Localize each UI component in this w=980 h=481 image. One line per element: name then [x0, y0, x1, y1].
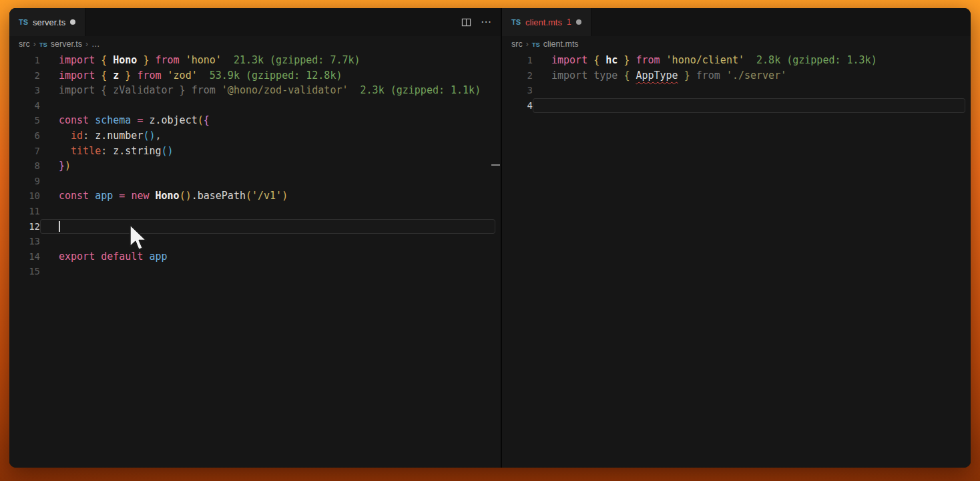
- line-number[interactable]: 1: [502, 53, 533, 68]
- line-number[interactable]: 13: [9, 234, 40, 249]
- code-token: app: [95, 190, 113, 202]
- line-content[interactable]: }): [40, 158, 495, 174]
- line-content[interactable]: [40, 264, 495, 279]
- code-line-10[interactable]: 10const app = new Hono().basePath('/v1'): [9, 188, 501, 204]
- tab-server-ts[interactable]: TS server.ts: [9, 8, 85, 36]
- line-content[interactable]: export default app: [40, 249, 495, 265]
- overview-ruler-decoration: [491, 164, 500, 166]
- code-token: :: [83, 130, 95, 142]
- line-content[interactable]: [40, 234, 495, 249]
- line-number[interactable]: 3: [9, 83, 40, 98]
- code-line-7[interactable]: 7 title: z.string(): [9, 144, 501, 159]
- code-token: }: [618, 54, 630, 66]
- breadcrumb-item-src[interactable]: src: [511, 39, 523, 49]
- typescript-file-icon: TS: [39, 41, 47, 48]
- code-token: zValidator: [113, 84, 173, 96]
- line-content[interactable]: title: z.string(): [40, 144, 495, 159]
- line-content[interactable]: import { zValidator } from '@hono/zod-va…: [40, 83, 495, 98]
- code-line-5[interactable]: 5const schema = z.object({: [9, 113, 501, 128]
- typescript-file-icon: TS: [19, 18, 28, 26]
- line-number[interactable]: 10: [9, 188, 40, 204]
- code-line-12[interactable]: 12: [9, 219, 501, 234]
- typescript-file-icon: TS: [511, 18, 521, 26]
- code-token: 2.3k (gzipped: 1.1k): [348, 84, 481, 96]
- code-line-4[interactable]: 4: [502, 98, 971, 114]
- code-line-9[interactable]: 9: [9, 174, 501, 189]
- line-content[interactable]: import { hc } from 'hono/client' 2.8k (g…: [533, 53, 965, 68]
- line-number[interactable]: 1: [9, 53, 40, 68]
- code-line-1[interactable]: 1import { Hono } from 'hono' 21.3k (gzip…: [9, 53, 501, 68]
- code-token: from: [149, 54, 185, 66]
- line-number[interactable]: 3: [502, 83, 533, 98]
- editor-group-right: TS client.mts 1 src › TS client.mts 1imp…: [502, 8, 971, 468]
- breadcrumb-item-src[interactable]: src: [19, 39, 30, 49]
- code-line-15[interactable]: 15: [9, 264, 501, 279]
- code-line-14[interactable]: 14export default app: [9, 249, 501, 265]
- code-token: :: [101, 145, 113, 157]
- line-number[interactable]: 5: [9, 113, 40, 128]
- modified-dot-icon[interactable]: [70, 19, 75, 25]
- line-number[interactable]: 4: [9, 98, 40, 114]
- code-line-11[interactable]: 11: [9, 204, 501, 219]
- code-line-3[interactable]: 3: [502, 83, 971, 98]
- line-content[interactable]: [40, 219, 495, 234]
- code-token: './server': [726, 69, 786, 82]
- line-content[interactable]: [40, 98, 495, 114]
- code-line-6[interactable]: 6 id: z.number(),: [9, 128, 501, 144]
- line-number[interactable]: 6: [9, 128, 40, 144]
- line-number[interactable]: 4: [502, 98, 533, 114]
- line-content[interactable]: [40, 204, 495, 219]
- code-token: import: [551, 69, 593, 82]
- code-token: =: [131, 114, 149, 126]
- code-token: export: [59, 251, 101, 263]
- code-line-1[interactable]: 1import { hc } from 'hono/client' 2.8k (…: [502, 53, 971, 68]
- line-number[interactable]: 8: [9, 158, 40, 174]
- code-line-8[interactable]: 8}): [9, 158, 501, 174]
- line-number[interactable]: 15: [9, 264, 40, 279]
- line-number[interactable]: 2: [502, 68, 533, 84]
- line-number[interactable]: 9: [9, 174, 40, 189]
- line-number[interactable]: 11: [9, 204, 40, 219]
- code-line-3[interactable]: 3import { zValidator } from '@hono/zod-v…: [9, 83, 501, 98]
- tab-error-count-badge: 1: [567, 17, 571, 27]
- line-number[interactable]: 12: [9, 219, 40, 234]
- line-content[interactable]: [40, 174, 495, 189]
- line-content[interactable]: const schema = z.object({: [40, 113, 495, 128]
- code-token: AppType: [636, 69, 678, 82]
- code-token: {: [101, 84, 113, 96]
- code-token: (: [246, 190, 252, 202]
- code-token: import: [59, 84, 101, 96]
- chevron-right-icon: ›: [33, 39, 36, 49]
- code-token: type: [593, 69, 624, 82]
- code-token: '@hono/zod-validator': [222, 84, 348, 96]
- code-editor-server[interactable]: 1import { Hono } from 'hono' 21.3k (gzip…: [9, 52, 501, 468]
- code-token: ,: [156, 130, 162, 142]
- line-content[interactable]: [533, 98, 965, 114]
- code-token: Hono: [113, 54, 137, 66]
- code-token: import: [59, 69, 101, 82]
- more-actions-button[interactable]: ⋯: [481, 17, 491, 27]
- modified-dot-icon[interactable]: [576, 19, 581, 25]
- code-line-2[interactable]: 2import type { AppType } from './server': [502, 68, 971, 84]
- line-number[interactable]: 7: [9, 144, 40, 159]
- line-content[interactable]: id: z.number(),: [40, 128, 495, 144]
- code-editor-client[interactable]: 1import { hc } from 'hono/client' 2.8k (…: [502, 52, 971, 468]
- code-token: hc: [605, 54, 618, 66]
- line-content[interactable]: import { z } from 'zod' 53.9k (gzipped: …: [40, 68, 495, 84]
- code-line-2[interactable]: 2import { z } from 'zod' 53.9k (gzipped:…: [9, 68, 501, 84]
- line-content[interactable]: [533, 83, 965, 98]
- code-line-4[interactable]: 4: [9, 98, 501, 114]
- tab-client-mts[interactable]: TS client.mts 1: [502, 8, 591, 36]
- line-content[interactable]: import { Hono } from 'hono' 21.3k (gzipp…: [40, 53, 495, 68]
- line-content[interactable]: const app = new Hono().basePath('/v1'): [40, 188, 495, 204]
- code-token: z.object: [149, 114, 197, 126]
- split-editor-button[interactable]: [461, 17, 471, 27]
- line-content[interactable]: import type { AppType } from './server': [533, 68, 965, 84]
- breadcrumb-item-symbol[interactable]: …: [91, 39, 100, 49]
- tab-label: client.mts: [525, 17, 562, 27]
- breadcrumb-item-file[interactable]: client.mts: [543, 39, 579, 49]
- line-number[interactable]: 2: [9, 68, 40, 84]
- breadcrumb-item-file[interactable]: server.ts: [51, 39, 82, 49]
- code-line-13[interactable]: 13: [9, 234, 501, 249]
- line-number[interactable]: 14: [9, 249, 40, 265]
